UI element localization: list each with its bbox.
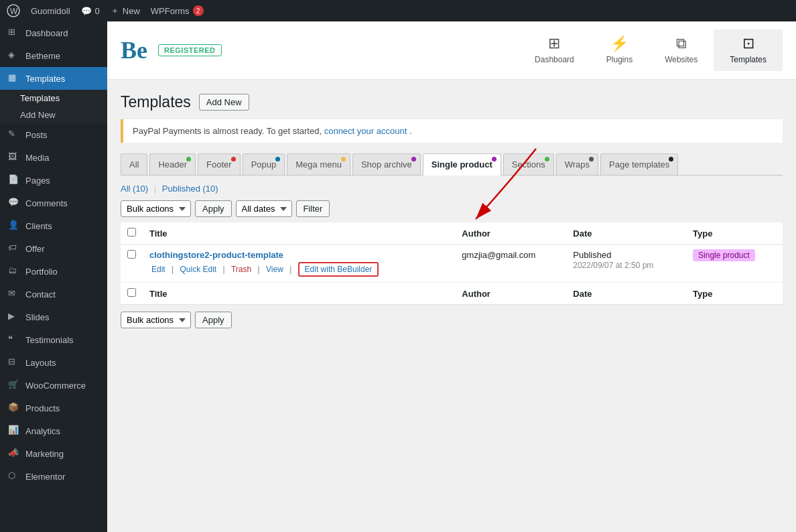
pagetemplates-tab-dot [669,157,673,161]
bottom-apply-button[interactable]: Apply [195,312,232,328]
tfoot-type: Type [686,283,783,305]
bottom-bulk-actions-select[interactable]: Bulk actions [121,312,191,328]
edit-bebuilder-button[interactable]: Edit with BeBuilder [298,262,379,277]
svg-text:W: W [10,7,18,16]
megamenu-tab-dot [341,157,346,161]
woo-icon: 🛒 [8,379,20,391]
add-new-button[interactable]: Add New [199,94,249,111]
sidebar-subitem-add-new[interactable]: Add New [0,107,107,123]
sidebar-item-clients[interactable]: 👤 Clients [0,214,107,237]
sidebar-item-portfolio[interactable]: 🗂 Portfolio [0,260,107,283]
be-logo: Be [121,36,147,64]
tab-header[interactable]: Header [149,153,196,175]
top-filters-row: Bulk actions Apply All dates Filter [121,200,783,217]
type-badge: Single product [693,249,755,261]
page-content: Templates Add New PayPal Payments is alm… [107,80,796,347]
main-layout: ⊞ Dashboard ◈ Betheme ▦ Templates Templa… [0,21,796,532]
bulk-actions-select[interactable]: Bulk actions [121,200,191,217]
status-links: All (10) | Published (10) [121,184,783,194]
be-nav-templates[interactable]: ⊡ Templates [714,29,783,71]
sidebar-item-templates[interactable]: ▦ Templates [0,67,107,90]
layouts-icon: ⊟ [8,356,20,369]
dashboard-nav-icon: ⊞ [548,35,560,52]
top-apply-button[interactable]: Apply [195,200,232,217]
quick-edit-link[interactable]: Quick Edit [180,265,216,274]
analytics-icon: 📊 [8,425,20,437]
sidebar-item-marketing[interactable]: 📣 Marketing [0,442,107,465]
sidebar-item-woocommerce[interactable]: 🛒 WooCommerce [0,374,107,397]
sidebar-item-media[interactable]: 🖼 Media [0,146,107,169]
wp-logo-item[interactable]: W [7,4,20,17]
select-all-bottom-checkbox[interactable] [127,288,136,297]
paypal-notice: PayPal Payments is almost ready. To get … [121,119,783,143]
sidebar-item-pages[interactable]: 📄 Pages [0,169,107,192]
site-name[interactable]: Guomidoll [31,6,70,16]
tab-sections[interactable]: Sections [503,153,554,175]
th-author: Author [455,222,566,245]
comments-item[interactable]: 💬 0 [81,6,100,16]
edit-link[interactable]: Edit [151,265,165,274]
th-checkbox [121,222,143,245]
tab-popup[interactable]: Popup [243,153,285,175]
be-nav-websites[interactable]: ⧉ Websites [649,29,714,71]
sidebar-item-offer[interactable]: 🏷 Offer [0,237,107,260]
tab-shop-archive[interactable]: Shop archive [352,153,421,175]
footer-tab-dot [231,157,236,161]
post-title-link[interactable]: clothingstore2-product-template [149,250,283,260]
tab-page-templates[interactable]: Page templates [600,153,678,175]
websites-nav-icon: ⧉ [676,35,687,52]
connect-account-link[interactable]: connect your account [324,126,407,136]
page-heading: Templates Add New [121,93,783,111]
tab-single-product[interactable]: Single product [423,153,501,176]
filter-tabs: All Header Footer Popup Mega menu [121,153,783,176]
tab-all[interactable]: All [121,153,147,175]
row-checkbox-cell [121,245,143,283]
be-nav: ⊞ Dashboard ⚡ Plugins ⧉ Websites ⊡ Templ… [519,29,783,71]
select-all-checkbox[interactable] [127,228,136,237]
sidebar-item-slides[interactable]: ▶ Slides [0,306,107,328]
status-published-link[interactable]: Published (10) [162,184,218,194]
row-checkbox[interactable] [127,250,136,259]
wpforms-item[interactable]: WPForms 2 [151,5,204,16]
page-title: Templates [121,93,191,111]
be-nav-plugins[interactable]: ⚡ Plugins [590,29,649,71]
tfoot-author: Author [455,283,566,305]
main-content: Be REGISTERED ⊞ Dashboard ⚡ Plugins ⧉ We… [107,21,796,532]
tfoot-date: Date [566,283,686,305]
th-type: Type [686,222,783,245]
all-dates-select[interactable]: All dates [236,200,292,217]
betheme-icon: ◈ [8,50,20,62]
tab-mega-menu[interactable]: Mega menu [287,153,350,175]
wpforms-badge: 2 [193,5,204,16]
status-separator: | [154,184,156,194]
filter-button[interactable]: Filter [296,200,330,217]
tab-footer[interactable]: Footer [198,153,241,175]
sidebar-item-posts[interactable]: ✎ Posts [0,123,107,146]
sidebar-item-dashboard[interactable]: ⊞ Dashboard [0,21,107,44]
sidebar-item-elementor[interactable]: ⬡ Elementor [0,465,107,488]
templates-table: Title Author Date Type clothings [121,222,783,305]
sidebar-subitem-templates[interactable]: Templates [0,90,107,107]
sidebar-item-comments[interactable]: 💬 Comments [0,192,107,214]
sidebar-item-betheme[interactable]: ◈ Betheme [0,44,107,67]
row-date-cell: Published 2022/09/07 at 2:50 pm [566,245,686,283]
new-item[interactable]: ＋ New [111,5,140,17]
trash-link[interactable]: Trash [231,265,251,274]
sidebar-item-contact[interactable]: ✉ Contact [0,283,107,306]
row-actions: Edit | Quick Edit | Trash | View | Edit … [149,262,448,277]
be-nav-dashboard[interactable]: ⊞ Dashboard [519,29,590,71]
status-all-link[interactable]: All (10) [121,184,148,194]
sections-tab-dot [545,157,549,161]
plugins-nav-icon: ⚡ [610,35,628,52]
slides-icon: ▶ [8,311,20,323]
view-link[interactable]: View [266,265,283,274]
sidebar-item-analytics[interactable]: 📊 Analytics [0,419,107,442]
offer-icon: 🏷 [8,243,20,255]
registered-badge: REGISTERED [158,44,222,56]
sidebar-item-products[interactable]: 📦 Products [0,397,107,419]
row-type-cell: Single product [686,245,783,283]
sidebar-item-layouts[interactable]: ⊟ Layouts [0,351,107,374]
tab-wraps[interactable]: Wraps [556,153,598,175]
pages-icon: 📄 [8,174,20,186]
sidebar-item-testimonials[interactable]: ❝ Testimonials [0,328,107,351]
